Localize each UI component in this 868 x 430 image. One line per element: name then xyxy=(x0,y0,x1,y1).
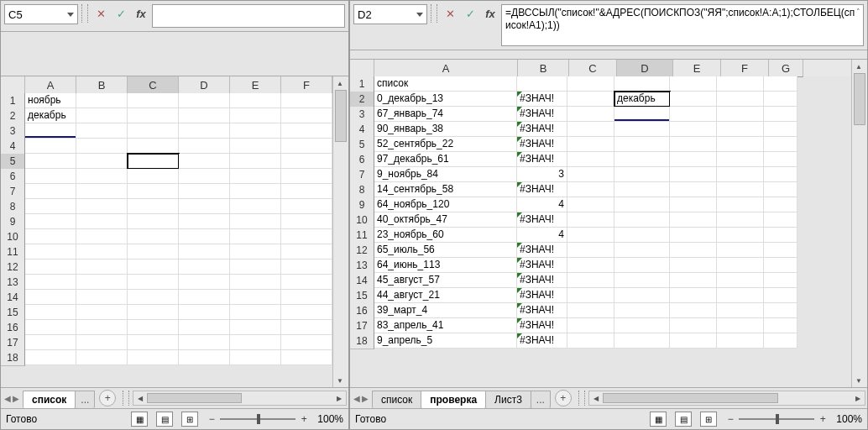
cell[interactable] xyxy=(670,273,717,288)
sheet-tab[interactable]: проверка xyxy=(421,391,486,408)
cell[interactable] xyxy=(717,273,764,288)
column-header[interactable]: E xyxy=(673,60,721,77)
scroll-right-icon[interactable]: ▶ xyxy=(851,391,865,405)
cell[interactable] xyxy=(281,108,332,123)
cell[interactable] xyxy=(281,93,332,108)
row-header[interactable]: 10 xyxy=(1,229,25,245)
cell[interactable] xyxy=(567,122,614,137)
row-header[interactable]: 6 xyxy=(1,169,25,185)
cell[interactable] xyxy=(567,137,614,152)
row-header[interactable]: 13 xyxy=(1,275,25,291)
scroll-right-icon[interactable]: ▶ xyxy=(332,391,346,405)
formula-input[interactable]: =ДВССЫЛ("список!"&АДРЕС(ПОИСКПОЗ("ЯЯ";сп… xyxy=(501,4,864,46)
row-header[interactable]: 9 xyxy=(350,197,374,213)
cell[interactable] xyxy=(25,350,76,365)
cell[interactable] xyxy=(717,122,764,137)
cell[interactable] xyxy=(25,290,76,305)
row-header[interactable]: 8 xyxy=(1,199,25,215)
cell[interactable] xyxy=(76,93,128,108)
cell[interactable] xyxy=(670,197,717,212)
cell[interactable] xyxy=(179,260,230,275)
cancel-icon[interactable]: ✕ xyxy=(92,4,110,23)
cell[interactable] xyxy=(614,107,670,122)
cell[interactable] xyxy=(230,139,281,154)
scroll-track[interactable] xyxy=(603,393,851,403)
cell[interactable] xyxy=(76,305,128,320)
vertical-scrollbar[interactable]: ▲ ▼ xyxy=(851,60,867,387)
cell[interactable] xyxy=(179,290,230,305)
cell[interactable] xyxy=(230,184,281,199)
tab-prev-icon[interactable]: ◀ xyxy=(4,394,11,403)
cell[interactable] xyxy=(25,335,76,350)
scroll-up-icon[interactable]: ▲ xyxy=(852,60,865,73)
cell[interactable] xyxy=(230,290,281,305)
cell[interactable] xyxy=(179,108,230,123)
cell[interactable] xyxy=(764,137,797,152)
cell[interactable] xyxy=(25,305,76,320)
cell[interactable]: #ЗНАЧ! xyxy=(517,122,567,137)
row-header[interactable]: 5 xyxy=(350,137,374,153)
cell[interactable] xyxy=(76,108,128,123)
cell[interactable]: декабрь xyxy=(25,108,76,123)
cell[interactable] xyxy=(230,93,281,108)
cell[interactable] xyxy=(567,212,614,228)
row-header[interactable]: 11 xyxy=(350,228,374,244)
cell[interactable] xyxy=(25,123,76,139)
cell[interactable] xyxy=(567,303,614,318)
cell[interactable] xyxy=(670,122,717,137)
cell[interactable] xyxy=(128,275,179,290)
cell[interactable] xyxy=(281,229,332,244)
cell[interactable] xyxy=(670,303,717,318)
sheet-tab[interactable]: список xyxy=(23,391,76,408)
cell[interactable] xyxy=(717,152,764,167)
cell[interactable] xyxy=(764,258,797,273)
cell[interactable] xyxy=(179,275,230,290)
column-header[interactable]: C xyxy=(128,76,179,94)
cell[interactable] xyxy=(614,258,670,273)
select-all-corner[interactable] xyxy=(350,60,374,77)
view-page-icon[interactable]: ▤ xyxy=(675,412,692,427)
cell[interactable] xyxy=(614,152,670,167)
cell[interactable] xyxy=(764,107,797,122)
accept-icon[interactable]: ✓ xyxy=(112,4,130,23)
cell[interactable] xyxy=(179,244,230,260)
cell[interactable] xyxy=(614,228,670,243)
row-header[interactable]: 11 xyxy=(1,244,25,260)
cell[interactable] xyxy=(76,335,128,350)
cell[interactable] xyxy=(717,76,764,92)
view-normal-icon[interactable]: ▦ xyxy=(650,412,667,427)
cell[interactable] xyxy=(567,318,614,333)
select-all-corner[interactable] xyxy=(1,76,25,94)
name-box[interactable]: C5 xyxy=(4,4,78,24)
zoom-track[interactable] xyxy=(739,418,814,420)
zoom-in-icon[interactable]: + xyxy=(818,413,828,425)
cell[interactable] xyxy=(567,76,614,92)
cell[interactable] xyxy=(281,154,332,169)
cell[interactable] xyxy=(567,258,614,273)
name-box-dropdown-icon[interactable] xyxy=(67,13,74,17)
zoom-slider[interactable]: − + xyxy=(725,413,828,425)
row-header[interactable]: 15 xyxy=(350,288,374,304)
cell[interactable] xyxy=(179,229,230,244)
cell[interactable] xyxy=(281,123,332,139)
cell[interactable] xyxy=(670,212,717,228)
cell[interactable] xyxy=(25,184,76,199)
cell[interactable] xyxy=(567,243,614,258)
scroll-left-icon[interactable]: ◀ xyxy=(133,391,147,405)
zoom-out-icon[interactable]: − xyxy=(207,413,217,425)
cell[interactable] xyxy=(717,333,764,349)
column-header[interactable]: E xyxy=(230,76,281,94)
cell[interactable] xyxy=(670,92,717,107)
cell[interactable]: #ЗНАЧ! xyxy=(517,107,567,122)
sheet-tab-more[interactable]: ... xyxy=(75,391,95,408)
cell[interactable]: 97_декабрь_61 xyxy=(374,152,517,167)
cell[interactable] xyxy=(614,137,670,152)
cell[interactable] xyxy=(764,228,797,243)
cell[interactable] xyxy=(128,305,179,320)
cell[interactable] xyxy=(25,320,76,335)
cell[interactable] xyxy=(567,182,614,197)
column-header[interactable]: F xyxy=(721,60,769,77)
row-header[interactable]: 14 xyxy=(350,273,374,289)
cell[interactable] xyxy=(281,350,332,365)
row-header[interactable]: 18 xyxy=(350,333,374,349)
